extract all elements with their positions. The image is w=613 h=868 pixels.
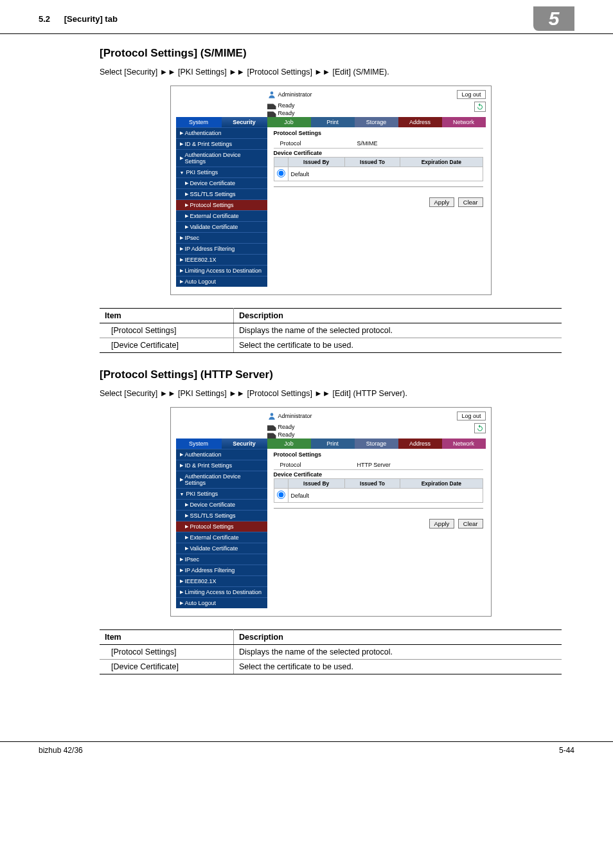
sidebar-item-label: SSL/TLS Settings [190, 512, 236, 519]
sidebar-item[interactable]: ▶IP Address Filtering [176, 243, 267, 254]
sidebar-item-label: Authentication Device Settings [185, 152, 263, 165]
sidebar-item-label: Validate Certificate [190, 545, 238, 552]
sidebar: System Security ▶Authentication▶ID & Pri… [176, 117, 267, 287]
refresh-icon [476, 103, 484, 111]
refresh-button[interactable] [474, 423, 486, 433]
device-cert-table: Issued By Issued To Expiration Date Defa… [274, 478, 483, 503]
sidebar-item-label: SSL/TLS Settings [190, 191, 236, 197]
sidebar-item[interactable]: ▶SSL/TLS Settings [176, 188, 267, 199]
sidebar-item[interactable]: ▶IPsec [176, 554, 267, 565]
sidebar-item[interactable]: ▶Device Certificate [176, 177, 267, 188]
http-heading: [Protocol Settings] (HTTP Server) [100, 368, 562, 381]
col-issued-to: Issued To [344, 479, 400, 489]
sidebar-item[interactable]: ▶Limiting Access to Destination [176, 265, 267, 276]
smime-breadcrumb: Select [Security] ►► [PKI Settings] ►► [… [100, 68, 562, 77]
tab-address[interactable]: Address [398, 117, 442, 127]
admin-label: Administrator [267, 90, 312, 99]
chapter-badge: 5 [533, 6, 574, 31]
sidebar-item-label: PKI Settings [186, 491, 218, 497]
sidebar-item[interactable]: ▶Validate Certificate [176, 543, 267, 554]
cert-radio[interactable] [277, 169, 285, 177]
table-row: Default [274, 167, 483, 181]
user-icon [267, 411, 276, 420]
smime-desc-table: Item Description [Protocol Settings] Dis… [100, 308, 562, 353]
tab-storage[interactable]: Storage [355, 117, 398, 127]
sidebar-item-label: External Certificate [190, 213, 239, 219]
sidebar-item[interactable]: ▶Authentication [176, 449, 267, 460]
smime-heading: [Protocol Settings] (S/MIME) [100, 47, 562, 60]
sidebar-item-label: IEEE802.1X [185, 257, 217, 263]
sidebar-item[interactable]: ▶Authentication Device Settings [176, 471, 267, 488]
sidebar-item[interactable]: ▶IEEE802.1X [176, 254, 267, 265]
sidebar-item[interactable]: ▶External Certificate [176, 532, 267, 543]
sidebar-item[interactable]: ▶Validate Certificate [176, 221, 267, 232]
tab-security[interactable]: Security [222, 439, 267, 449]
printer-icon [267, 109, 276, 117]
sidebar-item[interactable]: ▶IEEE802.1X [176, 575, 267, 586]
td-desc: Displays the name of the selected protoc… [234, 645, 562, 660]
clear-button[interactable]: Clear [458, 519, 483, 529]
sidebar-item[interactable]: ▶Protocol Settings [176, 199, 267, 210]
protocol-label: Protocol [274, 462, 357, 468]
sidebar-item-label: IEEE802.1X [185, 578, 217, 584]
col-issued-to: Issued To [344, 158, 400, 167]
sidebar-item[interactable]: ▼PKI Settings [176, 488, 267, 499]
sidebar-item-label: ID & Print Settings [185, 141, 233, 147]
sidebar-item[interactable]: ▶SSL/TLS Settings [176, 510, 267, 521]
tab-storage[interactable]: Storage [355, 439, 398, 449]
sidebar-item[interactable]: ▶IP Address Filtering [176, 565, 267, 575]
chevron-right-icon: ▶ [185, 181, 188, 186]
chevron-right-icon: ▶ [185, 213, 188, 219]
apply-button[interactable]: Apply [429, 519, 455, 529]
tab-system[interactable]: System [176, 117, 222, 127]
tab-network[interactable]: Network [442, 117, 486, 127]
chevron-right-icon: ▶ [180, 246, 183, 251]
chevron-right-icon: ▶ [185, 524, 188, 529]
http-breadcrumb: Select [Security] ►► [PKI Settings] ►► [… [100, 389, 562, 398]
sidebar-item[interactable]: ▶ID & Print Settings [176, 138, 267, 149]
sidebar-item[interactable]: ▶External Certificate [176, 210, 267, 221]
actions: Apply Clear [274, 508, 483, 529]
clear-button[interactable]: Clear [458, 197, 483, 207]
tab-print[interactable]: Print [311, 439, 355, 449]
sidebar-item[interactable]: ▼PKI Settings [176, 167, 267, 177]
logout-button[interactable]: Log out [457, 411, 485, 420]
td-item: [Device Certificate] [100, 338, 234, 353]
tab-job[interactable]: Job [267, 117, 311, 127]
tab-address[interactable]: Address [398, 439, 442, 449]
protocol-settings-title: Protocol Settings [274, 130, 483, 136]
ss-body: System Security ▶Authentication▶ID & Pri… [171, 117, 491, 294]
sidebar-item-label: Limiting Access to Destination [185, 589, 262, 595]
sidebar-item[interactable]: ▶Auto Logout [176, 276, 267, 287]
col-radio [274, 479, 288, 489]
svg-point-1 [270, 413, 273, 416]
tab-system[interactable]: System [176, 439, 222, 449]
device-cert-title: Device Certificate [274, 471, 483, 478]
sidebar-item[interactable]: ▶IPsec [176, 232, 267, 243]
chevron-down-icon: ▼ [180, 170, 184, 175]
td-desc: Select the certificate to be used. [234, 338, 562, 353]
tab-job[interactable]: Job [267, 439, 311, 449]
sidebar-item[interactable]: ▶Authentication [176, 127, 267, 138]
chevron-right-icon: ▶ [180, 131, 183, 136]
sidebar-item[interactable]: ▶Limiting Access to Destination [176, 586, 267, 597]
sidebar-item[interactable]: ▶ID & Print Settings [176, 460, 267, 471]
sidebar-items: ▶Authentication▶ID & Print Settings▶Auth… [176, 449, 267, 608]
sidebar-item[interactable]: ▶Authentication Device Settings [176, 149, 267, 167]
chevron-right-icon: ▶ [180, 579, 183, 584]
sidebar-item-label: IP Address Filtering [185, 246, 235, 252]
tab-print[interactable]: Print [311, 117, 355, 127]
chevron-right-icon: ▶ [185, 192, 188, 197]
apply-button[interactable]: Apply [429, 197, 455, 207]
sidebar-item[interactable]: ▶Protocol Settings [176, 521, 267, 532]
sidebar-item[interactable]: ▶Auto Logout [176, 597, 267, 608]
tab-network[interactable]: Network [442, 439, 486, 449]
main-panel: Job Print Storage Address Network Protoc… [267, 439, 486, 608]
logout-button[interactable]: Log out [457, 90, 485, 99]
svg-point-0 [270, 91, 273, 95]
sidebar-item-label: Validate Certificate [190, 224, 238, 230]
refresh-button[interactable] [474, 102, 486, 112]
sidebar-item[interactable]: ▶Device Certificate [176, 499, 267, 510]
cert-radio[interactable] [277, 491, 285, 499]
tab-security[interactable]: Security [222, 117, 267, 127]
